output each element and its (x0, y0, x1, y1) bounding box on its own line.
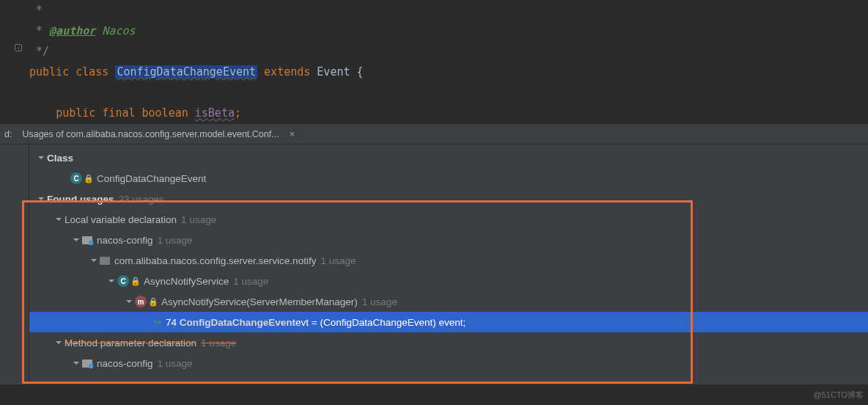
code-line (29, 82, 868, 103)
usages-tree[interactable]: Class C 🔒 ConfigDataChangeEvent Found us… (29, 145, 868, 384)
tree-node-module[interactable]: nacos-config 1 usage (29, 230, 868, 250)
tree-node-method-param[interactable]: Method parameter declaration 1 usage (29, 332, 868, 353)
package-icon (100, 257, 110, 265)
code-line: public final boolean isBeta; (29, 103, 868, 123)
chevron-down-icon[interactable] (35, 154, 47, 161)
tree-node-usage-line[interactable]: ↪ 74 ConfigDataChangeEvent evt = (Config… (29, 312, 868, 332)
chevron-down-icon[interactable] (106, 277, 117, 285)
tree-node-module[interactable]: nacos-config 1 usage (29, 353, 868, 373)
tree-node-class-item[interactable]: C 🔒 ConfigDataChangeEvent (29, 168, 868, 189)
method-icon: m (135, 296, 147, 307)
line-number: 74 (166, 317, 177, 328)
tree-node-package[interactable]: com.alibaba.nacos.config.server.service.… (29, 250, 868, 271)
chevron-down-icon[interactable] (88, 257, 100, 264)
close-icon[interactable]: × (290, 129, 295, 139)
class-icon: C (117, 275, 129, 287)
toolwindow-side-toolbar[interactable] (0, 145, 29, 384)
code-editor[interactable]: * * @author Nacos - */ public class Conf… (0, 0, 868, 123)
chevron-down-icon[interactable] (70, 360, 82, 367)
code-line: * (29, 0, 868, 21)
find-pane-left-label: d: (4, 129, 12, 139)
chevron-down-icon[interactable] (53, 216, 65, 223)
find-pane-tab-title[interactable]: Usages of com.alibaba.nacos.config.serve… (18, 126, 283, 142)
tree-node-service-class[interactable]: C 🔒 AsyncNotifyService 1 usage (29, 271, 868, 291)
class-icon: C (70, 172, 82, 184)
tree-node-local-var[interactable]: Local variable declaration 1 usage (29, 209, 868, 230)
chevron-down-icon[interactable] (70, 236, 82, 244)
tree-node-found-usages[interactable]: Found usages 23 usages (29, 189, 868, 209)
fold-icon[interactable]: - (15, 44, 22, 51)
code-line: */ (29, 41, 868, 62)
module-icon (82, 236, 92, 244)
find-usages-pane: Class C 🔒 ConfigDataChangeEvent Found us… (0, 145, 868, 384)
chevron-down-icon[interactable] (35, 195, 47, 202)
lock-icon: 🔒 (84, 174, 94, 183)
lock-icon: 🔒 (130, 277, 141, 286)
watermark: @51CTO博客 (814, 390, 864, 401)
chevron-down-icon[interactable] (53, 339, 65, 346)
find-pane-header: d: Usages of com.alibaba.nacos.config.se… (0, 123, 868, 145)
tree-node-constructor[interactable]: m 🔒 AsyncNotifyService(ServerMemberManag… (29, 291, 868, 312)
chevron-down-icon[interactable] (123, 298, 135, 305)
tree-node-class-section[interactable]: Class (29, 147, 868, 168)
code-line: * @author Nacos (29, 21, 868, 41)
read-access-icon: ↪ (154, 317, 161, 327)
module-icon (82, 360, 92, 368)
code-line: public class ConfigDataChangeEvent exten… (29, 62, 868, 82)
lock-icon: 🔒 (148, 297, 158, 307)
